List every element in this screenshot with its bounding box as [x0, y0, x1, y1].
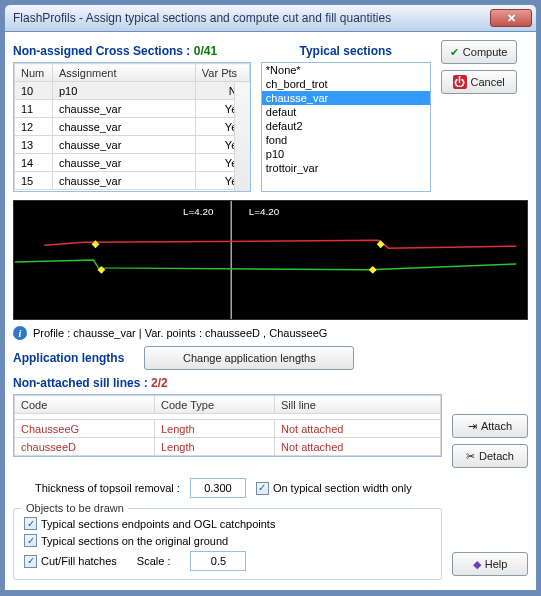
col-code[interactable]: Code [15, 396, 155, 414]
titlebar: FlashProfils - Assign typical sections a… [4, 4, 537, 32]
profile-viewer[interactable]: L=4.20 L=4.20 [13, 200, 528, 320]
col-sill-line[interactable]: Sill line [275, 396, 441, 414]
original-ground-checkbox[interactable]: ✓ Typical sections on the original groun… [24, 534, 431, 547]
table-row[interactable]: ChausseeG Length Not attached [15, 420, 441, 438]
scale-label: Scale : [137, 555, 171, 567]
typical-sections-list[interactable]: *None* ch_bord_trot chausse_var defaut d… [261, 62, 431, 192]
col-num[interactable]: Num [15, 64, 53, 82]
power-icon: ⏻ [453, 75, 467, 89]
svg-marker-4 [369, 266, 377, 274]
list-item[interactable]: fond [262, 133, 430, 147]
info-icon: i [13, 326, 27, 340]
col-assignment[interactable]: Assignment [53, 64, 196, 82]
help-icon: ◆ [473, 558, 481, 571]
profile-info-text: Profile : chausse_var | Var. points : ch… [33, 327, 327, 339]
application-lengths-title: Application lengths [13, 351, 124, 365]
check-icon: ✓ [24, 534, 37, 547]
table-row[interactable]: 15 chausse_var Yes [15, 172, 250, 190]
list-item[interactable]: ch_bord_trot [262, 77, 430, 91]
attach-icon: ⇥ [468, 420, 477, 433]
cancel-button[interactable]: ⏻ Cancel [441, 70, 517, 94]
check-icon: ✓ [24, 517, 37, 530]
right-length-label: L=4.20 [249, 206, 280, 217]
cross-sections-table[interactable]: Num Assignment Var Pts 10 p10 No 11 chau… [13, 62, 251, 192]
cut-fill-hatches-checkbox[interactable]: ✓ Cut/Fill hatches [24, 555, 117, 568]
check-icon: ✓ [256, 482, 269, 495]
table-row[interactable]: 14 chausse_var Yes [15, 154, 250, 172]
list-item[interactable]: defaut2 [262, 119, 430, 133]
table-row[interactable]: 10 p10 No [15, 82, 250, 100]
typical-sections-title: Typical sections [261, 44, 431, 58]
check-icon: ✓ [24, 555, 37, 568]
list-item[interactable]: p10 [262, 147, 430, 161]
scale-input[interactable] [190, 551, 246, 571]
close-button[interactable]: ✕ [490, 9, 532, 27]
table-row[interactable]: chausseeD Length Not attached [15, 438, 441, 456]
objects-to-draw-legend: Objects to be drawn [22, 502, 128, 514]
cross-sections-count: 0/41 [194, 44, 217, 58]
list-item[interactable]: defaut [262, 105, 430, 119]
check-icon: ✔ [450, 46, 459, 59]
change-application-lengths-button[interactable]: Change application lengths [144, 346, 354, 370]
list-item[interactable]: *None* [262, 63, 430, 77]
list-item[interactable]: trottoir_var [262, 161, 430, 175]
list-item[interactable]: chausse_var [262, 91, 430, 105]
detach-icon: ✂ [466, 450, 475, 463]
table-row[interactable]: 12 chausse_var Yes [15, 118, 250, 136]
cross-sections-title: Non-assigned Cross Sections : 0/41 [13, 44, 251, 58]
endpoints-checkbox[interactable]: ✓ Typical sections endpoints and OGL cat… [24, 517, 431, 530]
sill-lines-count: 2/2 [151, 376, 168, 390]
compute-button[interactable]: ✔ Compute [441, 40, 517, 64]
attach-button[interactable]: ⇥ Attach [452, 414, 528, 438]
window-title: FlashProfils - Assign typical sections a… [13, 11, 490, 25]
width-only-checkbox[interactable]: ✓ On typical section width only [256, 482, 412, 495]
topsoil-thickness-label: Thickness of topsoil removal : [35, 482, 180, 494]
svg-marker-3 [377, 240, 385, 248]
table-row[interactable]: 13 chausse_var Yes [15, 136, 250, 154]
detach-button[interactable]: ✂ Detach [452, 444, 528, 468]
topsoil-thickness-input[interactable] [190, 478, 246, 498]
col-varpts[interactable]: Var Pts [195, 64, 249, 82]
sill-lines-title: Non-attached sill lines : 2/2 [13, 376, 528, 390]
help-button[interactable]: ◆ Help [452, 552, 528, 576]
sill-lines-table[interactable]: Code Code Type Sill line ChausseeG Lengt… [13, 394, 442, 457]
left-length-label: L=4.20 [183, 206, 214, 217]
table-row[interactable]: 11 chausse_var Yes [15, 100, 250, 118]
window-body: Non-assigned Cross Sections : 0/41 Num A… [4, 32, 537, 591]
col-code-type[interactable]: Code Type [155, 396, 275, 414]
